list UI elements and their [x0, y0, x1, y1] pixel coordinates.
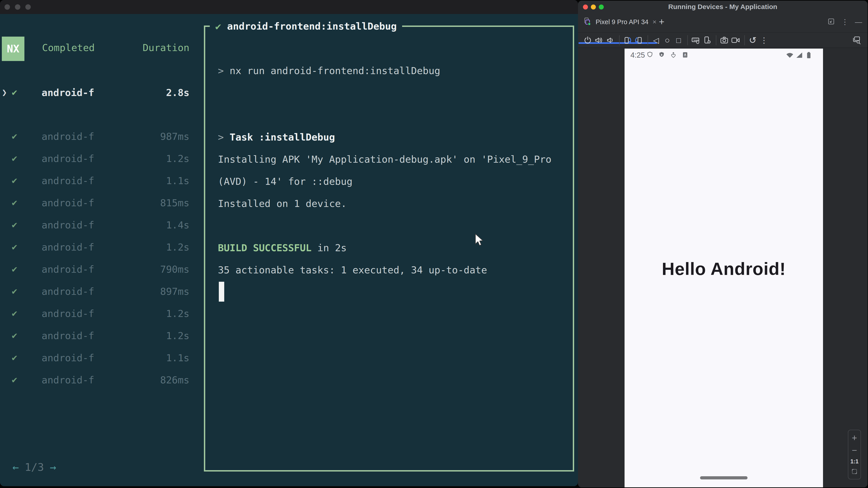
task-output-title-text: android-frontend:installDebug — [227, 21, 397, 32]
device-mirror-area: 4:25 A — [578, 48, 868, 487]
float-window-icon[interactable] — [827, 18, 835, 26]
power-button[interactable] — [583, 35, 593, 45]
command-text: nx run android-frontend:installDebug — [230, 65, 440, 76]
task-duration: 987ms — [160, 131, 189, 142]
volume-down-button[interactable] — [605, 35, 616, 45]
task-name: android-f — [41, 286, 94, 297]
check-icon: ✔ — [12, 87, 17, 97]
task-row[interactable]: ✔ android-f 1.4s — [0, 219, 194, 232]
selected-task-row[interactable]: ❯ ✔ android-f 2.8s — [0, 87, 194, 100]
task-duration: 826ms — [160, 375, 189, 386]
task-row[interactable]: ✔ android-f 1.1s — [0, 175, 194, 188]
task-duration: 1.1s — [166, 175, 189, 186]
next-page-arrow[interactable]: → — [50, 461, 56, 473]
zoom-out-button[interactable]: − — [852, 446, 857, 455]
duration-column-header: Duration — [143, 42, 189, 53]
toolbar-separator — [648, 35, 648, 45]
toolbar-separator — [619, 35, 620, 45]
running-devices-window: Running Devices - My Application Pixel 9… — [578, 1, 868, 487]
fit-to-window-icon[interactable] — [851, 468, 858, 476]
install-line-1: Installing APK 'My Application-debug.apk… — [218, 153, 552, 166]
task-name: android-f — [41, 308, 94, 319]
device-settings-button[interactable] — [702, 35, 712, 45]
check-icon: ✔ — [12, 153, 17, 163]
task-duration: 790ms — [160, 264, 189, 275]
task-row[interactable]: ✔ android-f 790ms — [0, 264, 194, 276]
volume-up-button[interactable] — [594, 35, 604, 45]
desktop: NX Completed Duration ❯ ✔ android-f 2.8s… — [0, 0, 868, 488]
install-line-2: (AVD) - 14' for ::debug — [218, 175, 352, 188]
task-row[interactable]: ✔ android-f 1.1s — [0, 352, 194, 365]
window-minimize-button[interactable] — [15, 4, 20, 10]
rotate-right-button[interactable] — [633, 35, 644, 45]
tab-options-icon[interactable]: ⋮ — [841, 18, 848, 26]
back-button[interactable]: ◁ — [651, 35, 661, 45]
prompt-glyph: > — [218, 131, 224, 143]
build-status-line: BUILD SUCCESSFUL in 2s — [218, 241, 347, 255]
task-name: android-f — [41, 330, 94, 341]
page-indicator: 1/3 — [25, 461, 44, 473]
check-icon: ✔ — [12, 197, 17, 207]
check-icon: ✔ — [12, 375, 17, 385]
check-icon: ✔ — [12, 308, 17, 318]
task-name: android-f — [41, 264, 94, 275]
task-sidebar: NX Completed Duration ❯ ✔ android-f 2.8s… — [0, 14, 194, 486]
check-icon: ✔ — [12, 286, 17, 296]
task-name: android-f — [41, 375, 94, 386]
task-duration: 1.2s — [166, 308, 189, 319]
zoom-in-button[interactable]: + — [852, 433, 857, 442]
android-statusbar: 4:25 A — [625, 48, 823, 61]
recents-button[interactable]: □ — [673, 35, 684, 45]
task-name: android-f — [41, 175, 94, 186]
task-name: android-f — [41, 352, 94, 363]
task-output-panel: ✔ android-frontend:installDebug > nx run… — [204, 26, 574, 471]
task-row[interactable]: ✔ android-f 1.2s — [0, 330, 194, 343]
battery-icon — [805, 51, 813, 60]
home-button[interactable]: ○ — [662, 35, 673, 45]
task-duration: 1.4s — [166, 219, 189, 231]
hardware-input-button[interactable] — [690, 35, 701, 45]
svg-text:A: A — [684, 53, 686, 57]
tab-close-icon[interactable]: × — [653, 18, 657, 26]
task-duration: 1.1s — [166, 352, 189, 363]
check-icon: ✔ — [12, 131, 17, 141]
emulator-toolbar: ◁ ○ □ ↺ ⋮ — [578, 32, 868, 48]
new-tab-button[interactable]: + — [656, 13, 667, 31]
device-tab[interactable]: Pixel 9 Pro API 34 × — [583, 13, 656, 31]
terminal-titlebar[interactable] — [0, 0, 578, 14]
hide-toolwindow-icon[interactable]: — — [855, 18, 862, 26]
task-row[interactable]: ✔ android-f 987ms — [0, 131, 194, 143]
task-row[interactable]: ✔ android-f 815ms — [0, 197, 194, 210]
task-row[interactable]: ✔ android-f 1.2s — [0, 241, 194, 254]
task-row[interactable]: ✔ android-f 1.2s — [0, 308, 194, 321]
screen-record-button[interactable] — [730, 35, 741, 45]
more-options-icon[interactable]: ⋮ — [759, 35, 769, 45]
toolbar-separator — [687, 35, 688, 45]
check-icon: ✔ — [12, 330, 17, 340]
prev-page-arrow[interactable]: ← — [12, 461, 19, 473]
studio-titlebar[interactable]: Running Devices - My Application — [578, 1, 868, 13]
task-row[interactable]: ✔ android-f 1.2s — [0, 153, 194, 166]
navigation-handle[interactable] — [700, 476, 747, 480]
gradle-task-line: > Task :installDebug — [218, 130, 335, 144]
prompt-glyph: > — [218, 65, 224, 76]
check-icon: ✔ — [12, 352, 17, 363]
window-zoom-button[interactable] — [25, 4, 31, 10]
task-duration: 2.8s — [166, 87, 189, 98]
zoom-controls: + − 1:1 — [848, 430, 861, 480]
preview-screens-icon[interactable] — [852, 35, 861, 46]
app-greeting-text: Hello Android! — [625, 259, 823, 279]
task-row[interactable]: ✔ android-f 826ms — [0, 375, 194, 387]
task-output-title: ✔ android-frontend:installDebug — [210, 19, 402, 33]
task-list: ✔ android-f 987ms ✔ android-f 1.2s ✔ and… — [0, 131, 194, 387]
rotate-left-button[interactable] — [622, 35, 633, 45]
actual-size-button[interactable]: 1:1 — [850, 458, 859, 465]
toolbar-separator — [716, 35, 716, 45]
emulator-screen[interactable]: 4:25 A — [625, 48, 823, 487]
task-name: android-f — [41, 197, 94, 208]
task-name: android-f — [41, 153, 94, 164]
window-close-button[interactable] — [4, 4, 10, 10]
task-row[interactable]: ✔ android-f 897ms — [0, 286, 194, 298]
restart-device-button[interactable]: ↺ — [747, 35, 758, 45]
screenshot-button[interactable] — [719, 35, 730, 45]
